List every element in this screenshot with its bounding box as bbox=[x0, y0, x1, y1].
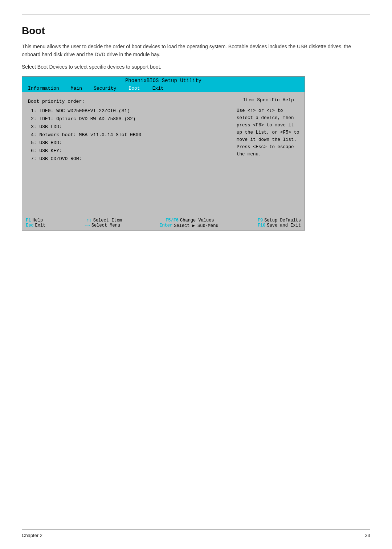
page-title: Boot bbox=[22, 25, 370, 37]
boot-item-6: 6: USB KEY: bbox=[31, 147, 226, 155]
chapter-label: Chapter 2 bbox=[22, 533, 42, 538]
bios-title-bar: PhoenixBIOS Setup Utility bbox=[22, 77, 305, 85]
footer-f10: F10 Save and Exit bbox=[258, 223, 301, 228]
footer-f5f6: F5/F6 Change Values bbox=[166, 218, 214, 223]
bios-body: Boot priority order: 1: IDE0: WDC WD2500… bbox=[22, 92, 305, 216]
footer-arrows: ↑↓ Select Item bbox=[86, 218, 122, 223]
footer-label-exit: Exit bbox=[35, 223, 46, 228]
footer-key-enter: Enter bbox=[159, 223, 172, 228]
footer-label-save-exit: Save and Exit bbox=[267, 223, 301, 228]
footer-key-esc: Esc bbox=[26, 223, 34, 228]
footer-label-setup-defaults: Setup Defaults bbox=[264, 218, 301, 223]
footer-enter: Enter Select ▶ Sub-Menu bbox=[159, 223, 218, 228]
top-divider bbox=[22, 15, 370, 15]
page-content: Boot This menu allows the user to decide… bbox=[0, 0, 392, 245]
bios-help-title: Item Specific Help bbox=[237, 97, 300, 103]
footer-label-select-menu: Select Menu bbox=[91, 223, 120, 228]
page-footer: Chapter 2 33 bbox=[22, 529, 370, 538]
footer-label-select-item: Select Item bbox=[93, 218, 122, 223]
bios-nav-bar: Information Main Security Boot Exit bbox=[22, 85, 305, 92]
footer-lr-arrows: ←→ Select Menu bbox=[85, 223, 121, 228]
boot-item-1: 1: IDE0: WDC WD2500BEVT-22ZCT0-(S1) bbox=[31, 107, 226, 115]
footer-f9: F9 Setup Defaults bbox=[258, 218, 301, 223]
select-instruction: Select Boot Devices to select specific d… bbox=[22, 64, 370, 70]
footer-label-sub-menu: Select ▶ Sub-Menu bbox=[174, 223, 218, 228]
footer-label-help: Help bbox=[32, 218, 43, 223]
boot-item-3: 3: USB FDD: bbox=[31, 123, 226, 131]
nav-item-exit[interactable]: Exit bbox=[150, 85, 166, 92]
bios-footer-row1: F1 Help ↑↓ Select Item F5/F6 Change Valu… bbox=[26, 218, 301, 223]
bios-main-panel: Boot priority order: 1: IDE0: WDC WD2500… bbox=[22, 92, 232, 216]
footer-label-change-values: Change Values bbox=[180, 218, 214, 223]
footer-esc: Esc Exit bbox=[26, 223, 45, 228]
footer-f1: F1 Help bbox=[26, 218, 43, 223]
bios-help-text: Use <↑> or <↓> to select a device, then … bbox=[237, 107, 300, 158]
boot-item-4: 4: Network boot: MBA v11.0.14 Slot 0B00 bbox=[31, 131, 226, 139]
nav-item-main[interactable]: Main bbox=[69, 85, 84, 92]
bios-footer: F1 Help ↑↓ Select Item F5/F6 Change Valu… bbox=[22, 216, 305, 230]
nav-item-security[interactable]: Security bbox=[91, 85, 118, 92]
boot-priority-title: Boot priority order: bbox=[28, 99, 226, 104]
boot-item-5: 5: USB HDD: bbox=[31, 139, 226, 147]
footer-key-f10: F10 bbox=[258, 223, 266, 228]
intro-paragraph: This menu allows the user to decide the … bbox=[22, 42, 370, 59]
footer-key-lr: ←→ bbox=[85, 223, 90, 228]
bios-box: PhoenixBIOS Setup Utility Information Ma… bbox=[22, 76, 305, 231]
footer-key-f1: F1 bbox=[26, 218, 31, 223]
nav-item-information[interactable]: Information bbox=[26, 85, 61, 92]
page-number: 33 bbox=[365, 533, 370, 538]
bios-help-panel: Item Specific Help Use <↑> or <↓> to sel… bbox=[232, 92, 305, 216]
boot-item-7: 7: USB CD/DVD ROM: bbox=[31, 155, 226, 163]
nav-item-boot[interactable]: Boot bbox=[126, 85, 143, 92]
footer-key-arrows: ↑↓ bbox=[86, 218, 91, 223]
bios-footer-row2: Esc Exit ←→ Select Menu Enter Select ▶ S… bbox=[26, 223, 301, 228]
boot-item-2: 2: IDE1: Optiarc DVD RW AD-7580S-(S2) bbox=[31, 115, 226, 123]
footer-key-f9: F9 bbox=[258, 218, 263, 223]
footer-key-f5f6: F5/F6 bbox=[166, 218, 179, 223]
